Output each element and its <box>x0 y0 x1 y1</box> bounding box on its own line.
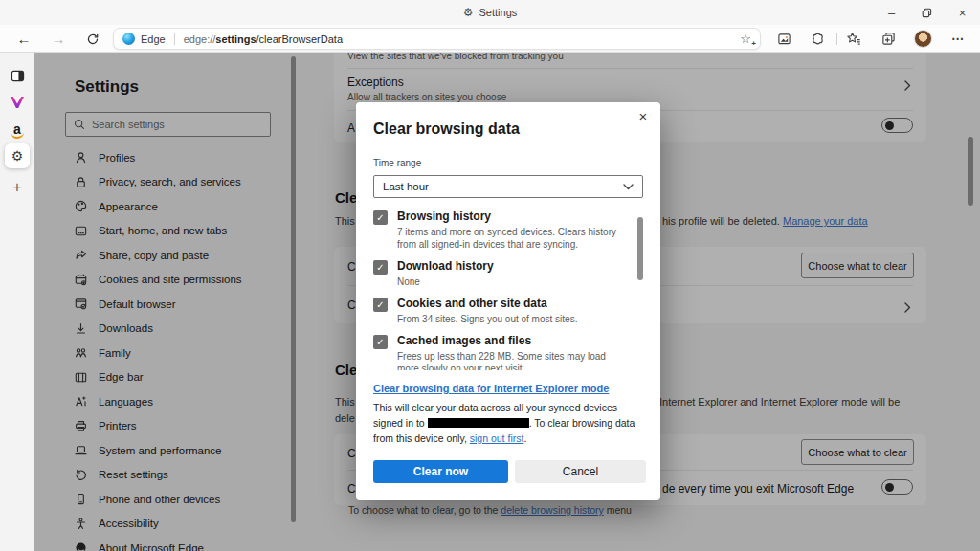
tab-settings-active[interactable]: ⚙ <box>5 143 30 168</box>
option-label: Cookies and other site data <box>397 297 627 311</box>
window-controls: – × <box>874 0 980 25</box>
vertical-tab-strip: a ⚙ + <box>0 53 34 551</box>
checkbox-checked[interactable]: ✓ <box>373 335 388 349</box>
time-range-value: Last hour <box>383 181 429 192</box>
browser-window: ⚙ Settings – × ← → Edge edge://settings/… <box>0 0 980 551</box>
tab-actions-icon[interactable] <box>5 63 30 88</box>
time-range-select[interactable]: Last hour <box>373 175 643 198</box>
profile-avatar[interactable] <box>910 28 935 50</box>
refresh-button[interactable] <box>80 27 105 51</box>
more-menu-icon[interactable]: ⋯ <box>946 28 970 50</box>
cancel-button[interactable]: Cancel <box>515 460 646 483</box>
tab-favicon-amazon[interactable]: a <box>5 117 30 142</box>
dialog-close-icon[interactable]: × <box>635 107 652 124</box>
gear-icon: ⚙ <box>11 148 24 164</box>
url-path: /clearBrowserData <box>256 33 343 45</box>
clear-browsing-data-dialog: × Clear browsing data Time range Last ho… <box>356 102 660 500</box>
option-download-history[interactable]: ✓ Download historyNone <box>373 259 639 288</box>
toolbar-divider <box>836 33 837 45</box>
sync-note: This will clear your data across all you… <box>373 400 647 446</box>
url-host: settings <box>215 33 256 45</box>
clear-now-button[interactable]: Clear now <box>373 460 508 483</box>
browser-label: Edge <box>141 33 166 45</box>
option-desc: None <box>397 276 627 288</box>
url-scheme: edge:// <box>184 33 216 45</box>
option-desc: From 34 sites. Signs you out of most sit… <box>397 313 627 325</box>
settings-gear-icon: ⚙ <box>463 6 474 19</box>
tab-title: Settings <box>479 7 518 18</box>
option-browsing-history[interactable]: ✓ Browsing history7 items and more on sy… <box>373 209 639 251</box>
checkbox-checked[interactable]: ✓ <box>373 210 388 225</box>
option-cached-images[interactable]: ✓ Cached images and filesFrees up less t… <box>373 334 639 370</box>
collections-icon[interactable] <box>876 28 901 50</box>
close-window-button[interactable]: × <box>945 0 980 25</box>
address-bar[interactable]: Edge edge://settings/clearBrowserData ☆+ <box>113 28 761 50</box>
toolbar: ← → Edge edge://settings/clearBrowserDat… <box>0 25 980 53</box>
clear-options-list: ✓ Browsing history7 items and more on sy… <box>373 209 639 370</box>
back-button[interactable]: ← <box>11 27 36 51</box>
forward-button[interactable]: → <box>46 27 71 51</box>
option-cookies[interactable]: ✓ Cookies and other site dataFrom 34 sit… <box>373 297 639 325</box>
edge-logo-icon <box>122 33 135 45</box>
active-tab[interactable]: ⚙ Settings <box>463 6 518 19</box>
dialog-title: Clear browsing data <box>373 121 520 138</box>
option-label: Download history <box>397 259 627 274</box>
url-divider <box>174 33 175 45</box>
new-tab-button[interactable]: + <box>5 175 30 200</box>
extension-shape-icon[interactable] <box>805 28 830 50</box>
favorites-icon[interactable] <box>841 28 866 50</box>
option-label: Browsing history <box>397 209 627 224</box>
minimize-button[interactable]: – <box>874 0 909 25</box>
tab-favicon-v[interactable] <box>5 90 30 115</box>
option-desc: Frees up less than 228 MB. Some sites ma… <box>397 350 627 370</box>
option-label: Cached images and files <box>397 334 627 348</box>
avatar-image <box>914 30 932 48</box>
v-logo-icon <box>11 97 24 108</box>
restore-button[interactable] <box>909 0 945 25</box>
dialog-buttons: Clear now Cancel <box>373 460 646 483</box>
checkbox-checked[interactable]: ✓ <box>373 260 388 275</box>
checkbox-checked[interactable]: ✓ <box>373 298 388 312</box>
url-text: edge://settings/clearBrowserData <box>184 33 343 45</box>
time-range-label: Time range <box>373 158 421 168</box>
page-content: Settings Profiles Privacy, search, and s… <box>34 53 980 551</box>
add-favorite-icon[interactable]: ☆+ <box>740 33 751 45</box>
web-capture-icon[interactable] <box>771 28 796 50</box>
amazon-logo-icon: a <box>13 122 21 136</box>
chevron-down-icon <box>623 184 634 190</box>
redacted-account-bar <box>428 418 529 428</box>
ie-mode-clear-link[interactable]: Clear browsing data for Internet Explore… <box>373 383 609 394</box>
titlebar: ⚙ Settings – × <box>0 0 980 25</box>
dialog-list-scrollbar[interactable] <box>637 217 643 280</box>
option-desc: 7 items and more on synced devices. Clea… <box>397 226 627 251</box>
sign-out-first-link[interactable]: sign out first <box>470 432 524 444</box>
